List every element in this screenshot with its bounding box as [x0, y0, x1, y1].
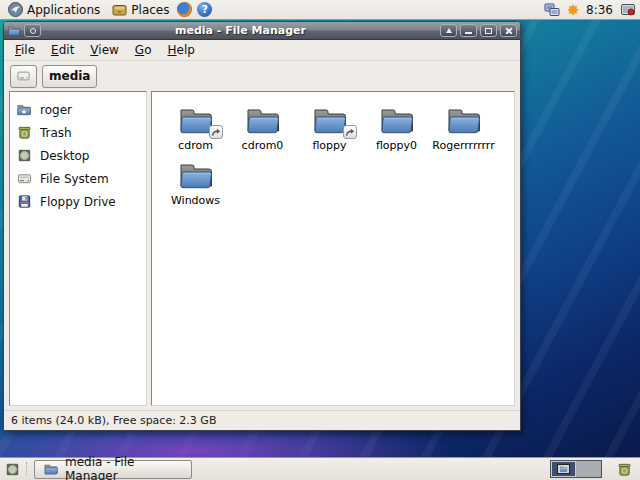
workspace-pager	[550, 460, 602, 478]
sidebar-item-filesystem[interactable]: File System	[10, 167, 146, 190]
logout-screen-icon[interactable]	[620, 2, 636, 18]
show-desktop-button[interactable]	[4, 461, 20, 477]
pager-window-thumbnail	[557, 464, 570, 474]
file-label: floppy0	[376, 140, 417, 152]
workspace-2[interactable]	[576, 461, 601, 477]
folder-icon	[445, 105, 483, 137]
file-list-view[interactable]: cdrom cdrom0 floppy	[151, 91, 515, 406]
places-icon	[111, 2, 127, 18]
brightness-icon[interactable]: ✸	[567, 3, 579, 17]
home-folder-icon	[16, 102, 32, 118]
folder-icon	[177, 160, 215, 192]
sidebar-item-trash[interactable]: Trash	[10, 121, 146, 144]
menu-help[interactable]: Help	[160, 41, 201, 59]
places-menu[interactable]: Places	[108, 1, 172, 19]
shade-icon	[446, 28, 452, 33]
network-monitor-icon[interactable]	[544, 2, 560, 18]
file-label: Windows	[171, 195, 220, 207]
applications-label: Applications	[27, 3, 100, 17]
window-title: media - File Manager	[44, 24, 437, 37]
file-item-windows[interactable]: Windows	[162, 160, 229, 207]
titlebar[interactable]: media - File Manager	[4, 22, 520, 40]
file-label: cdrom	[178, 140, 213, 152]
sidebar-label: Desktop	[40, 149, 90, 163]
pathbar: media	[4, 61, 520, 91]
file-label: floppy	[312, 140, 346, 152]
close-button[interactable]	[500, 24, 517, 37]
pathbar-current-button[interactable]: media	[42, 65, 97, 88]
file-manager-window: media - File Manager File Edit View Go H…	[3, 21, 521, 431]
help-launcher-icon[interactable]: ?	[197, 2, 212, 17]
taskbar-window-label: media - File Manager	[65, 455, 183, 480]
sidebar-label: roger	[40, 103, 72, 117]
top-panel: Applications Places ? ✸ 8:36	[0, 0, 640, 20]
minimize-button[interactable]	[460, 24, 477, 37]
sidebar-item-floppy-drive[interactable]: Floppy Drive	[10, 190, 146, 213]
pathbar-filesystem-button[interactable]	[10, 65, 37, 88]
file-item-cdrom[interactable]: cdrom	[162, 105, 229, 152]
trash-applet-icon[interactable]	[616, 461, 632, 477]
window-folder-icon	[7, 25, 21, 37]
shade-button[interactable]	[440, 24, 457, 37]
panel-clock: 8:36	[586, 3, 613, 17]
close-icon	[505, 27, 513, 35]
sidebar-item-home[interactable]: roger	[10, 98, 146, 121]
taskbar-folder-icon	[43, 463, 59, 476]
folder-icon	[244, 105, 282, 137]
menu-edit[interactable]: Edit	[44, 41, 81, 59]
statusbar: 6 items (24.0 kB), Free space: 2.3 GB	[4, 410, 520, 430]
sidebar-item-desktop[interactable]: Desktop	[10, 144, 146, 167]
filesystem-icon	[16, 171, 32, 187]
menu-file[interactable]: File	[8, 41, 42, 59]
maximize-icon	[485, 28, 492, 34]
places-label: Places	[131, 3, 169, 17]
firefox-launcher-icon[interactable]	[177, 2, 192, 17]
folder-icon	[378, 105, 416, 137]
shortcuts-sidebar: roger Trash Desktop File System	[9, 91, 147, 406]
sticky-icon	[30, 28, 36, 34]
floppy-drive-icon	[16, 194, 32, 210]
menubar: File Edit View Go Help	[4, 40, 520, 61]
applications-menu[interactable]: Applications	[4, 1, 103, 19]
file-item-floppy0[interactable]: floppy0	[363, 105, 430, 152]
computer-icon	[17, 70, 30, 82]
trash-icon	[16, 125, 32, 141]
menu-go[interactable]: Go	[128, 41, 159, 59]
minimize-icon	[465, 32, 472, 34]
window-content: roger Trash Desktop File System	[4, 91, 520, 410]
file-item-floppy[interactable]: floppy	[296, 105, 363, 152]
file-item-rogerrrrrrrr[interactable]: Rogerrrrrrrr	[430, 105, 497, 152]
desktop-icon	[16, 148, 32, 164]
file-item-cdrom0[interactable]: cdrom0	[229, 105, 296, 152]
taskbar-window-button[interactable]: media - File Manager	[34, 460, 192, 479]
sidebar-label: File System	[40, 172, 109, 186]
symlink-emblem-icon	[343, 125, 357, 139]
workspace-1[interactable]	[551, 461, 576, 477]
panel-separator	[26, 462, 28, 476]
sidebar-label: Trash	[40, 126, 72, 140]
file-label: Rogerrrrrrrr	[432, 140, 494, 152]
statusbar-text: 6 items (24.0 kB), Free space: 2.3 GB	[11, 414, 216, 427]
sidebar-label: Floppy Drive	[40, 195, 116, 209]
file-label: cdrom0	[242, 140, 284, 152]
taskbar-panel: media - File Manager	[0, 457, 640, 480]
maximize-button[interactable]	[480, 24, 497, 37]
menu-view[interactable]: View	[83, 41, 125, 59]
xfce-logo-icon	[7, 2, 23, 18]
sticky-button[interactable]	[24, 24, 41, 37]
symlink-emblem-icon	[209, 125, 223, 139]
